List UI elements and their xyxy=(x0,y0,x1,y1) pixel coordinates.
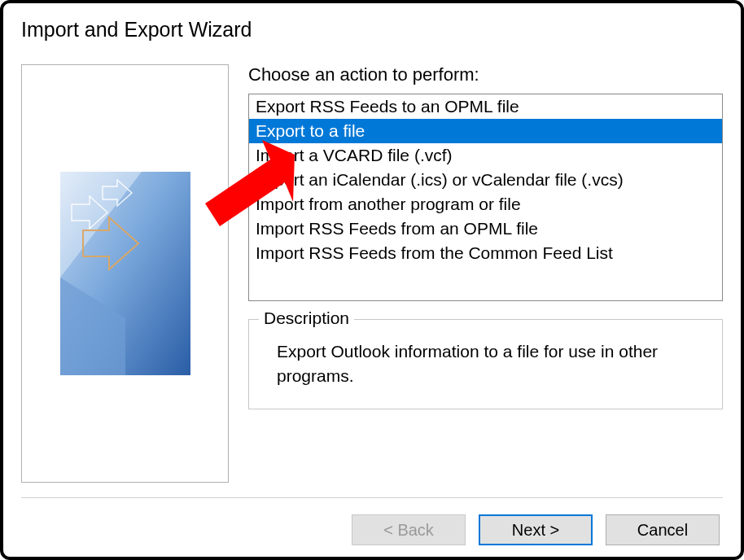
action-list-item[interactable]: Import an iCalendar (.ics) or vCalendar … xyxy=(249,168,722,192)
action-list-item[interactable]: Export to a file xyxy=(249,119,722,143)
action-list-item[interactable]: Import RSS Feeds from an OPML file xyxy=(249,217,722,241)
next-button[interactable]: Next > xyxy=(479,514,593,545)
description-text: Export Outlook information to a file for… xyxy=(265,331,706,389)
description-label: Description xyxy=(259,308,354,328)
action-listbox[interactable]: Export RSS Feeds to an OPML fileExport t… xyxy=(248,94,723,301)
back-button: < Back xyxy=(352,514,466,545)
footer-divider xyxy=(21,497,723,498)
dialog-title: Import and Export Wizard xyxy=(21,18,723,42)
action-list-item[interactable]: Export RSS Feeds to an OPML file xyxy=(249,94,722,119)
wizard-arrow-graphic-icon xyxy=(60,172,190,375)
action-list-item[interactable]: Import RSS Feeds from the Common Feed Li… xyxy=(249,241,722,265)
action-list-item[interactable]: Import a VCARD file (.vcf) xyxy=(249,143,722,168)
action-list-item[interactable]: Import from another program or file xyxy=(249,192,722,217)
description-group: Description Export Outlook information t… xyxy=(248,319,723,409)
action-prompt-label: Choose an action to perform: xyxy=(248,64,723,85)
wizard-graphic-panel xyxy=(21,64,229,483)
cancel-button[interactable]: Cancel xyxy=(606,514,720,545)
